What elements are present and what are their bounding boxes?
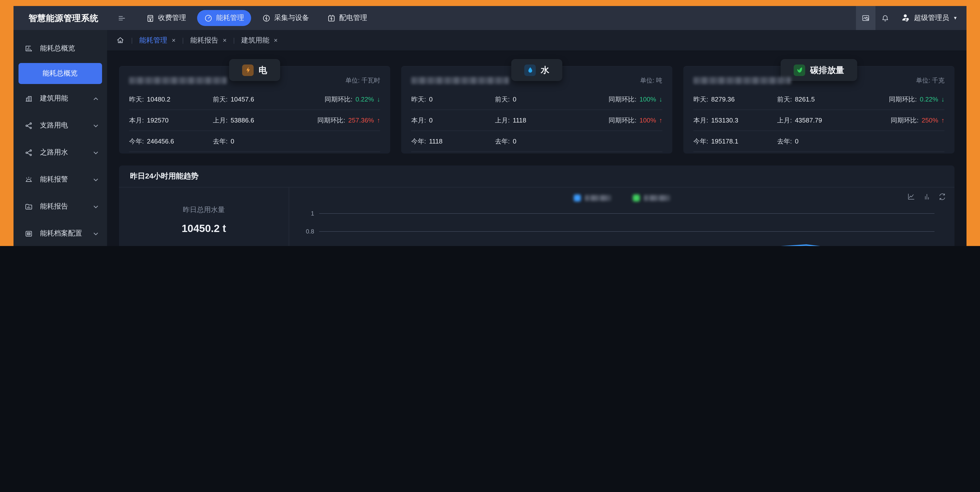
sidebar-collapse-icon[interactable]: [118, 14, 126, 22]
legend-marker-green: [633, 195, 640, 202]
stat-value: 0: [513, 137, 516, 145]
chevron-down-icon: [92, 175, 100, 184]
stat-cell: 上月:53886.6: [213, 116, 290, 125]
building-icon: [24, 94, 35, 103]
sidebar-item-能耗总概览[interactable]: 能耗总概览: [14, 35, 107, 62]
stat-value: 53886.6: [231, 116, 254, 124]
stat-key: 前天:: [777, 95, 792, 104]
card-pill-label: 电: [259, 64, 267, 76]
trend-down-icon: ↓: [377, 95, 380, 103]
stat-row: 本月:192570上月:53886.6同期环比:257.36% ↑: [129, 110, 380, 131]
stat-card-电: 电单位: 千瓦时昨天:10480.2前天:10457.6同期环比:0.22% ↓…: [119, 66, 390, 154]
tab-label: 能耗管理: [139, 36, 167, 45]
archive-icon: [24, 229, 35, 238]
stat-value: 8279.36: [711, 95, 735, 103]
close-icon[interactable]: ×: [274, 37, 278, 44]
chevron-down-icon: ▼: [953, 16, 958, 21]
stat-cell: 昨天:8279.36: [694, 95, 777, 104]
tab-separator: |: [131, 37, 133, 44]
branch-icon: [24, 148, 35, 157]
close-icon[interactable]: ×: [223, 37, 227, 44]
tab-建筑用能[interactable]: 建筑用能×: [241, 36, 278, 45]
nav-item-配电管理[interactable]: 配电管理: [320, 10, 374, 26]
chart-legend: [296, 189, 948, 206]
stat-row: 本月:153130.3上月:43587.79同期环比:250% ↑: [694, 110, 945, 131]
sidebar-item-能耗报警[interactable]: 能耗报警: [14, 166, 107, 193]
nav-item-能耗管理[interactable]: 能耗管理: [197, 10, 251, 26]
chevron-down-icon: [92, 121, 100, 130]
stat-value: 250%: [922, 116, 939, 124]
stat-value: 1118: [513, 116, 526, 124]
stat-key: 同期环比:: [317, 116, 345, 125]
content-area: 电单位: 千瓦时昨天:10480.2前天:10457.6同期环比:0.22% ↓…: [107, 51, 966, 246]
sidebar-item-建筑用能[interactable]: 建筑用能: [14, 85, 107, 112]
bar-view-icon[interactable]: [923, 192, 931, 201]
stat-cell: 上月:1118: [495, 116, 571, 125]
sidebar: 能耗总概览能耗总概览建筑用能支路用电之路用水能耗报警能耗报告能耗档案配置: [14, 30, 107, 246]
legend-label-redacted: [644, 195, 670, 201]
redacted-building-name: [129, 77, 227, 84]
stat-cell: 同期环比:100% ↓: [571, 95, 662, 104]
stat-key: 今年:: [411, 137, 426, 146]
line-chart-zone: 00.20.40.60.811h2h3h4h5h6h7h8h9h10h11h12…: [289, 187, 955, 246]
tab-能耗管理[interactable]: 能耗管理×: [139, 36, 176, 45]
stat-key: 今年:: [694, 137, 708, 146]
navbar-right: 超级管理员 ▼: [856, 6, 959, 30]
sidebar-item-之路用水[interactable]: 之路用水: [14, 139, 107, 166]
redacted-building-name: [694, 77, 791, 84]
stat-key: 上月:: [495, 116, 510, 125]
stat-key: 同期环比:: [609, 116, 636, 125]
notification-bell-icon[interactable]: [875, 6, 895, 30]
overview-icon: [24, 44, 35, 53]
stat-card-水: 水单位: 吨昨天:0前天:0同期环比:100% ↓本月:0上月:1118同期环比…: [401, 66, 672, 154]
stat-value: 10457.6: [231, 95, 254, 103]
stat-cell: 前天:0: [495, 95, 571, 104]
sidebar-item-label: 能耗档案配置: [40, 229, 82, 238]
sidebar-item-能耗总概览-active[interactable]: 能耗总概览: [19, 63, 102, 84]
tab-能耗报告[interactable]: 能耗报告×: [190, 36, 227, 45]
sidebar-item-label: 能耗报告: [40, 202, 68, 211]
top-navbar: 智慧能源管理系统 收费管理能耗管理采集与设备配电管理 超级管理员 ▼: [14, 6, 966, 30]
nav-item-采集与设备[interactable]: 采集与设备: [255, 10, 316, 26]
sidebar-item-label: 能耗总概览: [40, 44, 75, 53]
report-search-icon[interactable]: [856, 6, 875, 30]
user-menu[interactable]: 超级管理员 ▼: [901, 13, 958, 23]
legend-item[interactable]: [574, 195, 611, 202]
sidebar-item-支路用电[interactable]: 支路用电: [14, 112, 107, 139]
card-pill-碳排放量: 碳排放量: [781, 59, 857, 81]
svg-text:0.8: 0.8: [306, 228, 314, 235]
nav-item-收费管理[interactable]: 收费管理: [139, 10, 193, 26]
app-window: 智慧能源管理系统 收费管理能耗管理采集与设备配电管理 超级管理员 ▼ 能耗总概览…: [14, 6, 966, 246]
stat-row: 今年:195178.1去年:0: [694, 131, 945, 152]
stat-value: 246456.6: [147, 137, 174, 145]
stat-row: 昨天:8279.36前天:8261.5同期环比:0.22% ↓: [694, 89, 945, 110]
device-icon: [262, 14, 270, 22]
stat-key: 本月:: [694, 116, 708, 125]
tab-separator: |: [233, 37, 235, 44]
stat-cell: 昨天:10480.2: [129, 95, 213, 104]
stat-value: 192570: [147, 116, 169, 124]
legend-item[interactable]: [633, 195, 670, 202]
stat-cell: 前天:8261.5: [777, 95, 854, 104]
report-icon: [24, 202, 35, 211]
stat-key: 本月:: [129, 116, 144, 125]
panel-title: 昨日24小时用能趋势: [119, 165, 955, 187]
sidebar-item-能耗报告[interactable]: 能耗报告: [14, 193, 107, 220]
chevron-down-icon: [92, 148, 100, 157]
home-icon[interactable]: [116, 36, 124, 44]
stat-cell: 本月:0: [411, 116, 495, 125]
stat-value: 100%: [640, 116, 656, 124]
stat-cell: 去年:0: [213, 137, 290, 146]
stat-cell: 本月:153130.3: [694, 116, 777, 125]
restore-icon[interactable]: [938, 192, 947, 201]
sidebar-item-能耗档案配置[interactable]: 能耗档案配置: [14, 220, 107, 246]
stat-key: 今年:: [129, 137, 144, 146]
line-view-icon[interactable]: [907, 192, 915, 201]
stat-value: 0: [231, 137, 234, 145]
tab-label: 能耗报告: [190, 36, 218, 45]
stat-cell: 同期环比:0.22% ↓: [289, 95, 380, 104]
stat-label: 昨日总用水量: [183, 206, 225, 215]
stat-row: 今年:246456.6去年:0: [129, 131, 380, 152]
close-icon[interactable]: ×: [172, 37, 176, 44]
hourly-line-chart[interactable]: 00.20.40.60.811h2h3h4h5h6h7h8h9h10h11h12…: [296, 206, 948, 246]
